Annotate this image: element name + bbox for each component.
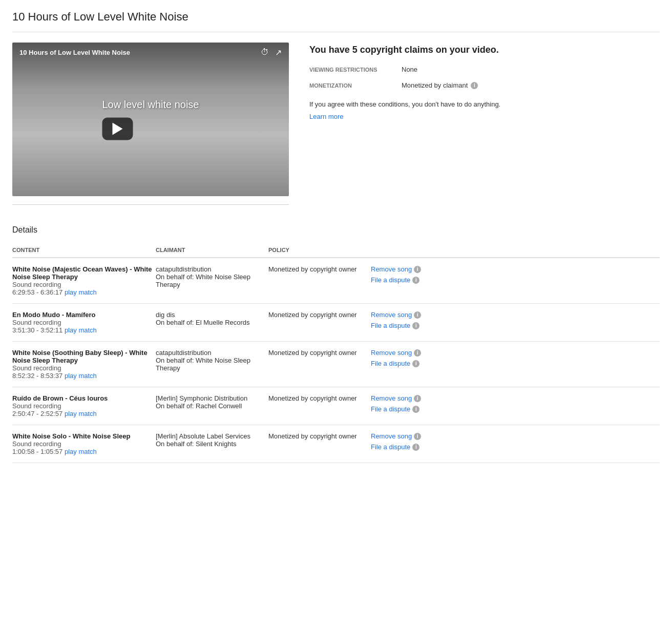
video-center-label: Low level white noise	[102, 99, 199, 111]
claimant-cell-3: [Merlin] Symphonic Distribution On behal…	[156, 387, 268, 425]
actions-cell-2: Remove song i File a dispute i	[371, 342, 660, 387]
content-time-3: 2:50:47 - 2:52:57 play match	[12, 410, 156, 417]
claimant-cell-0: catapultdistribution On behalf of: White…	[156, 258, 268, 304]
remove-song-link-0[interactable]: Remove song i	[371, 265, 660, 273]
table-row: White Noise (Majestic Ocean Waves) - Whi…	[12, 258, 660, 304]
video-divider	[12, 204, 289, 205]
policy-value-1: Monetized by copyright owner	[268, 311, 371, 319]
copyright-heading: You have 5 copyright claims on your vide…	[309, 45, 660, 55]
file-dispute-link-4[interactable]: File a dispute i	[371, 443, 660, 451]
table-row: Ruído de Brown - Céus louros Sound recor…	[12, 387, 660, 425]
content-time-4: 1:00:58 - 1:05:57 play match	[12, 448, 156, 455]
content-time-1: 3:51:30 - 3:52:11 play match	[12, 326, 156, 334]
play-match-link-4[interactable]: play match	[65, 448, 97, 455]
monetization-label: MONETIZATION	[309, 82, 391, 89]
claimant-name-1: dig dis	[156, 311, 268, 319]
content-cell-3: Ruído de Brown - Céus louros Sound recor…	[12, 387, 156, 425]
remove-song-icon-1[interactable]: i	[414, 311, 421, 319]
claimant-behalf-2: On behalf of: White Noise Sleep Therapy	[156, 357, 268, 372]
content-title-3: Ruído de Brown - Céus louros	[12, 394, 156, 402]
monetization-value: Monetized by claimant i	[402, 81, 478, 89]
remove-song-icon-2[interactable]: i	[414, 349, 421, 357]
file-dispute-icon-4[interactable]: i	[412, 444, 419, 451]
claimant-cell-2: catapultdistribution On behalf of: White…	[156, 342, 268, 387]
learn-more-link[interactable]: Learn more	[309, 112, 660, 122]
remove-song-icon-0[interactable]: i	[414, 266, 421, 273]
content-type-4: Sound recording	[12, 440, 156, 448]
remove-song-link-3[interactable]: Remove song i	[371, 394, 660, 402]
remove-song-icon-3[interactable]: i	[414, 395, 421, 402]
claimant-name-2: catapultdistribution	[156, 349, 268, 357]
file-dispute-link-1[interactable]: File a dispute i	[371, 322, 660, 329]
restrictions-row: VIEWING RESTRICTIONS None	[309, 66, 660, 73]
claimant-behalf-4: On behalf of: Silent Knights	[156, 440, 268, 448]
policy-cell-4: Monetized by copyright owner	[268, 425, 371, 463]
play-match-link-1[interactable]: play match	[65, 326, 97, 334]
clock-icon[interactable]: ⏱	[261, 48, 269, 57]
remove-song-icon-4[interactable]: i	[414, 433, 421, 440]
file-dispute-link-2[interactable]: File a dispute i	[371, 360, 660, 367]
actions-cell-0: Remove song i File a dispute i	[371, 258, 660, 304]
policy-cell-1: Monetized by copyright owner	[268, 304, 371, 342]
copyright-section: You have 5 copyright claims on your vide…	[309, 43, 660, 205]
top-section: 10 Hours of Low Level White Noise ⏱ ↗ Lo…	[12, 43, 660, 205]
video-top-icons: ⏱ ↗	[261, 48, 282, 57]
content-type-3: Sound recording	[12, 402, 156, 410]
file-dispute-icon-1[interactable]: i	[412, 322, 419, 329]
monetization-row: MONETIZATION Monetized by claimant i	[309, 81, 660, 89]
claimant-name-3: [Merlin] Symphonic Distribution	[156, 394, 268, 402]
policy-value-4: Monetized by copyright owner	[268, 432, 371, 440]
claimant-name-4: [Merlin] Absolute Label Services	[156, 432, 268, 440]
policy-value-3: Monetized by copyright owner	[268, 394, 371, 402]
file-dispute-link-0[interactable]: File a dispute i	[371, 276, 660, 284]
content-type-1: Sound recording	[12, 319, 156, 326]
monetization-info-icon[interactable]: i	[471, 82, 478, 89]
content-title-1: En Modo Mudo - Mamífero	[12, 311, 156, 319]
play-match-link-2[interactable]: play match	[65, 372, 97, 380]
file-dispute-icon-3[interactable]: i	[412, 406, 419, 413]
title-divider	[12, 32, 660, 32]
policy-cell-2: Monetized by copyright owner	[268, 342, 371, 387]
file-dispute-link-3[interactable]: File a dispute i	[371, 405, 660, 413]
col-header-policy: POLICY	[268, 243, 371, 258]
table-header-row: CONTENT CLAIMANT POLICY	[12, 243, 660, 258]
claimant-cell-4: [Merlin] Absolute Label Services On beha…	[156, 425, 268, 463]
details-section: Details CONTENT CLAIMANT POLICY White No…	[12, 225, 660, 463]
content-cell-0: White Noise (Majestic Ocean Waves) - Whi…	[12, 258, 156, 304]
actions-cell-3: Remove song i File a dispute i	[371, 387, 660, 425]
play-match-link-3[interactable]: play match	[65, 410, 97, 417]
remove-song-link-1[interactable]: Remove song i	[371, 311, 660, 319]
restrictions-value: None	[402, 66, 417, 73]
table-row: White Noise (Soothing Baby Sleep) - Whit…	[12, 342, 660, 387]
share-icon[interactable]: ↗	[275, 48, 282, 57]
conditions-text: If you agree with these conditions, you …	[309, 99, 660, 121]
video-center: Low level white noise	[102, 99, 199, 140]
col-header-claimant: CLAIMANT	[156, 243, 268, 258]
file-dispute-icon-2[interactable]: i	[412, 360, 419, 367]
details-heading: Details	[12, 225, 660, 235]
remove-song-link-2[interactable]: Remove song i	[371, 349, 660, 357]
video-thumbnail[interactable]: 10 Hours of Low Level White Noise ⏱ ↗ Lo…	[12, 43, 289, 196]
policy-cell-0: Monetized by copyright owner	[268, 258, 371, 304]
content-time-2: 8:52:32 - 8:53:37 play match	[12, 372, 156, 380]
play-button[interactable]	[102, 118, 133, 140]
actions-cell-1: Remove song i File a dispute i	[371, 304, 660, 342]
content-title-4: White Noise Solo - White Noise Sleep	[12, 432, 156, 440]
remove-song-link-4[interactable]: Remove song i	[371, 432, 660, 440]
claimant-name-0: catapultdistribution	[156, 265, 268, 273]
file-dispute-icon-0[interactable]: i	[412, 277, 419, 284]
play-match-link-0[interactable]: play match	[65, 288, 97, 296]
details-table: CONTENT CLAIMANT POLICY White Noise (Maj…	[12, 243, 660, 463]
content-type-2: Sound recording	[12, 364, 156, 372]
policy-cell-3: Monetized by copyright owner	[268, 387, 371, 425]
content-title-0: White Noise (Majestic Ocean Waves) - Whi…	[12, 265, 156, 281]
claimant-cell-1: dig dis On behalf of: El Muelle Records	[156, 304, 268, 342]
content-time-0: 6:29:53 - 6:36:17 play match	[12, 288, 156, 296]
video-title: 10 Hours of Low Level White Noise	[19, 49, 130, 56]
claimant-behalf-0: On behalf of: White Noise Sleep Therapy	[156, 273, 268, 288]
table-row: En Modo Mudo - Mamífero Sound recording …	[12, 304, 660, 342]
restrictions-label: VIEWING RESTRICTIONS	[309, 67, 391, 73]
table-row: White Noise Solo - White Noise Sleep Sou…	[12, 425, 660, 463]
col-header-content: CONTENT	[12, 243, 156, 258]
content-title-2: White Noise (Soothing Baby Sleep) - Whit…	[12, 349, 156, 364]
